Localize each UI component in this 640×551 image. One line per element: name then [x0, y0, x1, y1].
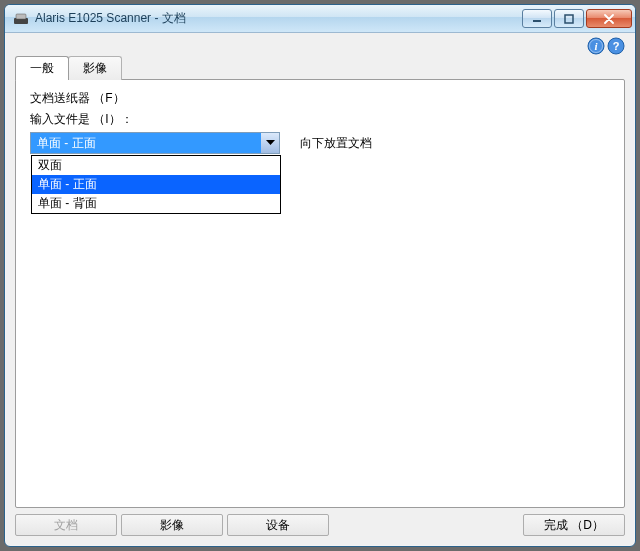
document-button: 文档: [15, 514, 117, 536]
dropdown-list[interactable]: 双面 单面 - 正面 单面 - 背面: [31, 155, 281, 214]
device-button[interactable]: 设备: [227, 514, 329, 536]
window-controls: [520, 5, 635, 32]
close-button[interactable]: [586, 9, 632, 28]
tab-strip: 一般 影像: [15, 56, 625, 80]
image-button[interactable]: 影像: [121, 514, 223, 536]
maximize-button[interactable]: [554, 9, 584, 28]
help-row: i ?: [5, 33, 635, 55]
dropdown-selected-text: 单面 - 正面: [31, 133, 261, 153]
chevron-down-icon: [261, 133, 279, 153]
done-button[interactable]: 完成 （D）: [523, 514, 625, 536]
input-label: 输入文件是 （I）：: [30, 111, 610, 128]
option-duplex[interactable]: 双面: [32, 156, 280, 175]
input-dropdown-row: 单面 - 正面 双面 单面 - 正面 单面 - 背面 向下放置文档: [30, 132, 610, 154]
tab-general[interactable]: 一般: [15, 56, 69, 80]
orientation-hint: 向下放置文档: [300, 135, 372, 152]
option-back[interactable]: 单面 - 背面: [32, 194, 280, 213]
help-icon[interactable]: ?: [607, 37, 625, 55]
scanner-settings-window: Alaris E1025 Scanner - 文档 i ?: [4, 4, 636, 547]
feeder-label: 文档送纸器 （F）: [30, 90, 610, 107]
tabs-area: 一般 影像 文档送纸器 （F） 输入文件是 （I）： 单面 - 正面 双面 单面…: [5, 55, 635, 508]
app-scanner-icon: [13, 11, 29, 27]
bottom-bar: 文档 影像 设备 完成 （D）: [5, 508, 635, 546]
option-front[interactable]: 单面 - 正面: [32, 175, 280, 194]
window-title: Alaris E1025 Scanner - 文档: [35, 10, 520, 27]
tab-panel-general: 文档送纸器 （F） 输入文件是 （I）： 单面 - 正面 双面 单面 - 正面 …: [15, 79, 625, 508]
titlebar: Alaris E1025 Scanner - 文档: [5, 5, 635, 33]
svg-rect-1: [16, 14, 26, 19]
svg-rect-3: [565, 15, 573, 23]
spacer: [333, 514, 519, 536]
minimize-button[interactable]: [522, 9, 552, 28]
tab-image[interactable]: 影像: [68, 56, 122, 80]
input-dropdown[interactable]: 单面 - 正面 双面 单面 - 正面 单面 - 背面: [30, 132, 280, 154]
svg-rect-2: [533, 20, 541, 22]
svg-text:?: ?: [613, 40, 620, 52]
info-icon[interactable]: i: [587, 37, 605, 55]
